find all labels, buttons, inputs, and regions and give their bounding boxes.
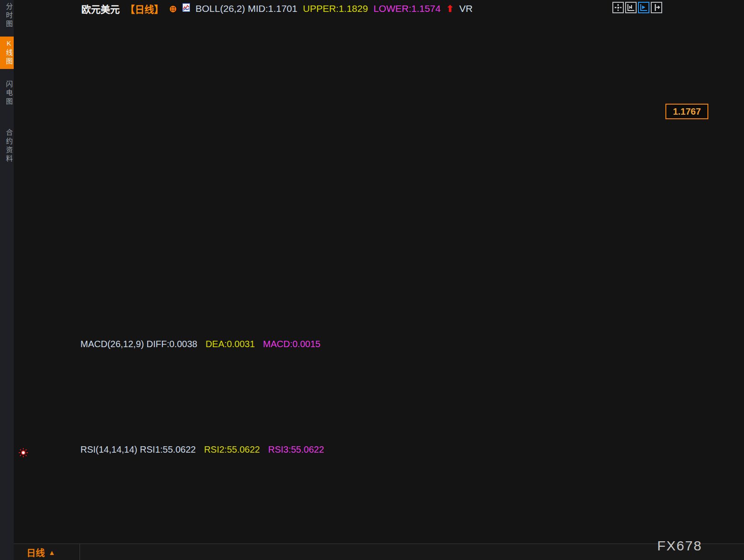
sidebar-tab-kline-chart[interactable]: K线图 xyxy=(0,37,14,69)
chart-toolbar xyxy=(612,2,662,13)
macd-diff-value: MACD(26,12,9) DIFF:0.0038 xyxy=(80,339,197,349)
bottom-bar: 日线 ▲ xyxy=(14,544,744,560)
sidebar-tab-flash-chart[interactable]: 闪电图 xyxy=(0,80,14,106)
sidebar: 分时图 K线图 闪电图 合约资料 xyxy=(0,0,14,560)
chart-header: 欧元美元 【日线】 ⊕ BOLL(26,2) MID:1.1701 UPPER:… xyxy=(81,2,473,16)
macd-value: MACD:0.0015 xyxy=(263,339,321,349)
rsi2-value: RSI2:55.0622 xyxy=(204,444,260,455)
vr-label[interactable]: VR xyxy=(459,3,473,14)
rsi3-value: RSI3:55.0622 xyxy=(268,444,324,455)
symbol-title: 欧元美元 xyxy=(81,2,120,16)
watermark: FX678 xyxy=(657,538,702,554)
axis-scale-button[interactable] xyxy=(625,2,637,13)
axis-shift-button[interactable] xyxy=(651,2,662,13)
pan-crosshair-button[interactable] xyxy=(612,2,624,13)
price-chart-canvas[interactable] xyxy=(0,0,744,560)
macd-dea-value: DEA:0.0031 xyxy=(206,339,255,349)
rsi1-value: RSI(14,14,14) RSI1:55.0622 xyxy=(80,444,196,455)
boll-indicator-values: BOLL(26,2) MID:1.1701 xyxy=(196,3,298,14)
axis-play-button[interactable] xyxy=(638,2,649,13)
up-arrow-icon: ⬆ xyxy=(446,3,454,14)
period-label: 日线 xyxy=(27,546,45,559)
macd-header: MACD(26,12,9) DIFF:0.0038 DEA:0.0031 MAC… xyxy=(80,339,320,349)
current-price-box: 1.1767 xyxy=(665,104,708,119)
boll-lower-value: LOWER:1.1574 xyxy=(373,3,441,14)
alert-sun-icon[interactable] xyxy=(18,448,28,460)
rsi-header: RSI(14,14,14) RSI1:55.0622 RSI2:55.0622 … xyxy=(80,444,324,455)
mini-chart-icon[interactable] xyxy=(182,3,190,14)
sidebar-tab-time-chart[interactable]: 分时图 xyxy=(0,3,14,29)
period-selector[interactable]: 日线 ▲ xyxy=(14,544,80,560)
add-compare-icon[interactable]: ⊕ xyxy=(169,3,177,14)
period-arrow-icon: ▲ xyxy=(48,549,55,556)
sidebar-tab-contract-info[interactable]: 合约资料 xyxy=(0,129,14,164)
period-badge: 【日线】 xyxy=(125,2,164,16)
boll-upper-value: UPPER:1.1829 xyxy=(303,3,368,14)
